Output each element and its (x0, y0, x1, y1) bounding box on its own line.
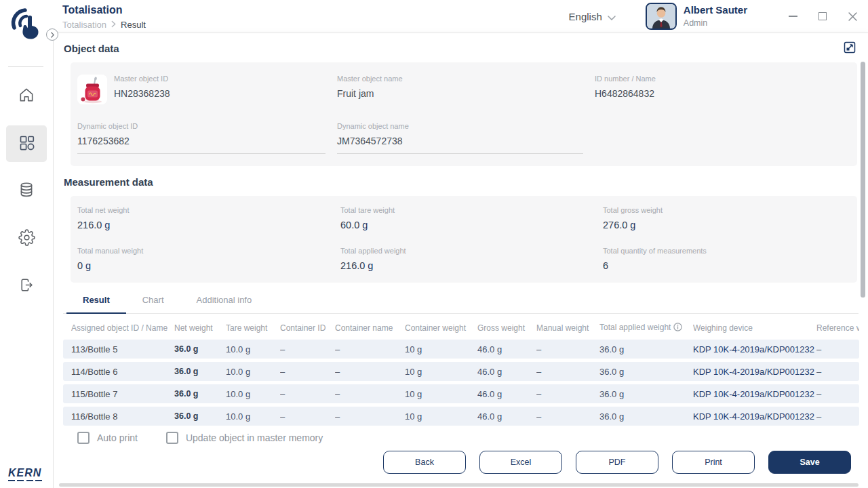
field-master-object-name: Master object name Fruit jam (337, 75, 595, 104)
field-label: Master object ID (114, 75, 337, 83)
column-header: Container ID (280, 323, 335, 333)
field-label: Dynamic object name (337, 122, 583, 131)
field-value: HN28368238 (114, 87, 337, 100)
vertical-scrollbar[interactable] (861, 62, 865, 298)
print-button[interactable]: Print (672, 451, 755, 474)
sidebar-item-home[interactable] (6, 78, 47, 115)
cell-manual-weight: – (536, 344, 599, 354)
cell-reference-value: – (816, 344, 859, 354)
app-logo-touch-icon (8, 5, 45, 46)
column-header: Tare weight (226, 323, 280, 333)
column-header-total-applied: Total applied weight (599, 323, 693, 333)
close-icon[interactable] (848, 12, 857, 21)
tab-result[interactable]: Result (66, 289, 126, 313)
breadcrumb: Totalisation Result (62, 20, 146, 30)
user-role: Admin (684, 18, 747, 28)
measurement-data-panel: Total net weight 216.0 g Total tare weig… (71, 196, 857, 283)
cell-id-name: 115/Bottle 7 (71, 389, 174, 399)
result-table: Assigned object ID / Name Net weight Tar… (63, 320, 859, 426)
field-id-number: ID number / Name H6482864832 (595, 75, 849, 104)
main-card: Object data Master object ID HN28368238 (53, 33, 868, 488)
cell-gross-weight: 46.0 g (477, 389, 536, 399)
dynamic-object-name-input[interactable]: JM7364572738 (337, 135, 583, 147)
cell-reference-value: – (816, 411, 859, 422)
table-row[interactable]: 116/Bottle 8 36.0 g 10.0 g – – 10 g 46.0… (63, 407, 859, 426)
kern-logo-underline (8, 480, 43, 482)
pdf-button[interactable]: PDF (576, 451, 658, 474)
action-bar: Back Excel PDF Print Save (63, 451, 859, 474)
expand-icon[interactable] (844, 41, 856, 54)
table-row[interactable]: 114/Bottle 6 36.0 g 10.0 g – – 10 g 46.0… (63, 362, 859, 381)
back-button[interactable]: Back (383, 451, 466, 474)
field-total-applied-weight: Total applied weight 216.0 g (340, 247, 603, 272)
info-icon[interactable] (673, 323, 682, 333)
sidebar-item-database[interactable] (6, 173, 47, 209)
cell-gross-weight: 46.0 g (477, 411, 536, 422)
cell-container-name: – (335, 344, 405, 354)
field-label: Dynamic object ID (77, 122, 326, 131)
cell-net-weight: 36.0 g (174, 411, 226, 421)
table-row[interactable]: 113/Bottle 5 36.0 g 10.0 g – – 10 g 46.0… (63, 340, 859, 359)
home-icon (18, 86, 35, 106)
cell-total-applied-weight: 36.0 g (599, 344, 693, 354)
breadcrumb-parent[interactable]: Totalisation (62, 20, 106, 30)
cell-net-weight: 36.0 g (174, 367, 226, 376)
sidebar: KERN (0, 0, 53, 488)
tab-chart[interactable]: Chart (126, 289, 180, 313)
field-value: 6 (603, 260, 849, 272)
language-selector[interactable]: English (569, 11, 616, 22)
field-value: 276.0 g (603, 219, 849, 231)
auto-print-checkbox[interactable] (77, 432, 90, 444)
field-total-net-weight: Total net weight 216.0 g (77, 206, 340, 231)
sidebar-expand-toggle[interactable] (46, 28, 58, 41)
cell-container-weight: 10 g (405, 344, 477, 354)
horizontal-scrollbar[interactable] (59, 483, 859, 487)
cell-manual-weight: – (536, 411, 599, 422)
maximize-icon[interactable] (818, 12, 827, 21)
excel-button[interactable]: Excel (479, 451, 562, 474)
column-header: Net weight (174, 323, 226, 333)
apps-grid-icon (18, 134, 36, 155)
field-total-quantity: Total quantity of measurements 6 (603, 247, 849, 272)
dynamic-object-id-input[interactable]: 1176253682 (77, 135, 326, 147)
update-master-option[interactable]: Update object in master memory (166, 432, 323, 444)
topbar: Totalisation Totalisation Result English (53, 0, 868, 33)
field-label: ID number / Name (595, 75, 849, 83)
user-name: Albert Sauter (684, 4, 747, 16)
auto-print-label: Auto print (97, 432, 138, 443)
cell-total-applied-weight: 36.0 g (599, 389, 693, 399)
field-total-tare-weight: Total tare weight 60.0 g (340, 206, 603, 231)
sidebar-item-settings[interactable] (6, 220, 47, 257)
field-value: Fruit jam (337, 87, 595, 100)
cell-reference-value: – (816, 367, 859, 377)
cell-weighing-device: KDP 10K-4-2019a/KDP001232 (693, 367, 816, 377)
sidebar-divider (8, 66, 43, 67)
cell-container-id: – (280, 344, 335, 354)
cell-container-weight: 10 g (405, 389, 477, 399)
object-image-jam-jar (77, 75, 107, 104)
minimize-icon[interactable] (788, 12, 797, 21)
auto-print-option[interactable]: Auto print (77, 432, 138, 444)
field-total-gross-weight: Total gross weight 276.0 g (603, 206, 849, 231)
sidebar-item-apps[interactable] (6, 125, 47, 162)
cell-container-name: – (335, 367, 405, 377)
cell-gross-weight: 46.0 g (477, 344, 536, 354)
cell-id-name: 113/Bottle 5 (71, 344, 174, 354)
cell-container-weight: 10 g (405, 411, 477, 422)
cell-net-weight: 36.0 g (174, 389, 226, 399)
table-row[interactable]: 115/Bottle 7 36.0 g 10.0 g – – 10 g 46.0… (63, 384, 859, 403)
column-header: Container name (335, 323, 405, 333)
update-master-checkbox[interactable] (166, 432, 178, 444)
cell-container-id: – (280, 411, 335, 422)
tab-additional-info[interactable]: Additional info (180, 289, 269, 313)
topbar-right: English Albert Sauter Admin (569, 0, 857, 33)
avatar[interactable] (646, 3, 677, 30)
field-dynamic-object-name: Dynamic object name JM7364572738 (337, 122, 583, 154)
logout-icon (18, 277, 35, 296)
kern-logo-text: KERN (8, 467, 41, 479)
save-button[interactable]: Save (768, 451, 851, 474)
cell-container-name: – (335, 389, 405, 399)
field-label: Total gross weight (603, 206, 849, 215)
user-info: Albert Sauter Admin (684, 4, 747, 28)
sidebar-item-logout[interactable] (6, 268, 47, 304)
